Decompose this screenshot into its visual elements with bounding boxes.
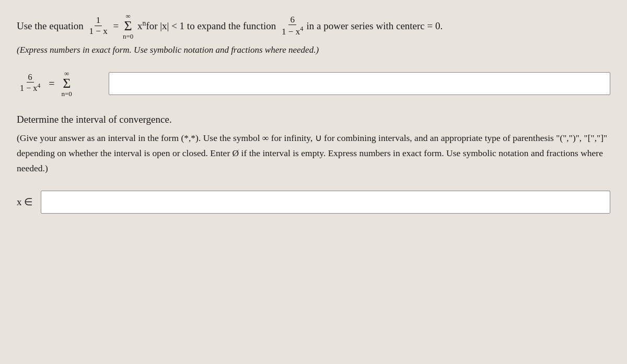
answer-fraction-den: 1 − x4	[18, 83, 42, 94]
answer-fraction-num: 6	[27, 73, 34, 83]
fraction2-numerator: 6	[288, 15, 296, 26]
fraction2: 6 1 − x4	[280, 15, 305, 38]
equals1: =	[113, 18, 119, 34]
answer-sigma-bottom: n=0	[62, 90, 72, 97]
sigma1-bottom: n=0	[123, 33, 133, 40]
note-text: (Express numbers in exact form. Use symb…	[17, 45, 319, 55]
sigma1-symbol: Σ	[124, 19, 132, 33]
use-equation-label: Use the equation	[17, 18, 84, 34]
answer-section: 6 1 − x4 = ∞ Σ n=0	[17, 70, 610, 97]
fraction2-denominator: 1 − x4	[280, 25, 305, 37]
answer-lhs: 6 1 − x4 = ∞ Σ n=0	[17, 70, 106, 97]
x-element-input[interactable]	[41, 191, 610, 214]
answer-sigma: ∞ Σ n=0	[62, 70, 72, 97]
determine-line: Determine the interval of convergence.	[17, 114, 610, 125]
determine-label: Determine the interval of convergence.	[17, 114, 172, 125]
problem-statement: Use the equation 1 1 − x = ∞ Σ n=0 xn fo…	[17, 13, 610, 40]
note-line: (Express numbers in exact form. Use symb…	[17, 45, 610, 55]
answer-sigma-symbol: Σ	[63, 77, 71, 90]
fraction1-denominator: 1 − x	[87, 26, 109, 37]
x-element-section: x ∈	[17, 191, 610, 214]
in-power-series: in a power series with center	[306, 18, 420, 34]
fraction1: 1 1 − x	[87, 16, 109, 37]
answer-fraction: 6 1 − x4	[18, 73, 42, 95]
x-element-label: x ∈	[17, 196, 36, 208]
series-answer-input[interactable]	[109, 72, 610, 95]
convergence-instructions: (Give your answer as an interval in the …	[17, 131, 610, 176]
xn-exp: n	[143, 19, 146, 27]
sigma1: ∞ Σ n=0	[123, 13, 133, 40]
answer-fraction-den-exp: 4	[37, 83, 40, 89]
fraction1-numerator: 1	[95, 16, 102, 26]
convergence-instructions-text: (Give your answer as an interval in the …	[17, 133, 607, 173]
answer-equals: =	[49, 78, 54, 90]
for-abs-x: for |x| < 1 to expand the function	[146, 18, 276, 34]
fraction2-den-exp: 4	[300, 25, 303, 32]
xn-term: xn	[137, 18, 146, 34]
c-equals: c = 0.	[420, 18, 443, 34]
